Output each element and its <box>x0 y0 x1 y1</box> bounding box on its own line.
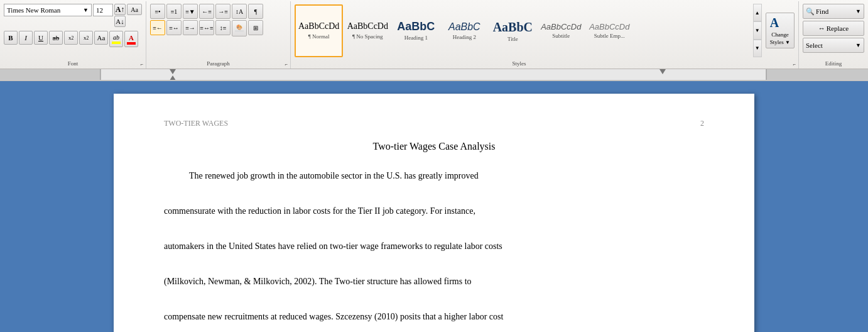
decrease-indent-button[interactable]: ←≡ <box>199 4 214 19</box>
page-header: TWO-TIER WAGES 2 <box>164 119 704 128</box>
italic-button[interactable]: I <box>19 31 33 45</box>
style-title-label: Title <box>507 36 518 42</box>
align-right-button[interactable]: ≡→ <box>183 20 198 35</box>
font-name-value: Times New Roman <box>7 6 60 14</box>
change-styles-button[interactable]: A Change Styles ▼ <box>766 13 795 48</box>
paragraph-3: automakers in the United States have rel… <box>164 241 502 251</box>
borders-button[interactable]: ⊞ <box>248 20 263 35</box>
ruler <box>0 69 868 80</box>
style-heading1[interactable]: AaBbC Heading 1 <box>392 4 440 57</box>
toolbar-container: Times New Roman ▼ 12 A↑ A↓ Aa B I U ab <box>0 0 868 81</box>
style-heading2[interactable]: AaBbC Heading 2 <box>440 4 488 57</box>
increase-indent-button[interactable]: →≡ <box>215 4 231 19</box>
style-normal[interactable]: AaBbCcDd ¶ Normal <box>295 4 343 57</box>
show-paragraph-button[interactable]: ¶ <box>248 4 263 19</box>
paragraph-section-label: Paragraph <box>207 60 229 67</box>
sort-button[interactable]: ↕A <box>232 4 247 19</box>
multilevel-list-button[interactable]: ≡▼ <box>183 4 198 19</box>
style-normal-label: ¶ Normal <box>308 33 330 40</box>
align-center-button[interactable]: ≡↔ <box>166 20 182 35</box>
styles-section-label: Styles <box>513 60 526 67</box>
gallery-scroll-more[interactable]: ▼ <box>753 40 762 57</box>
header-text: TWO-TIER WAGES <box>164 119 228 128</box>
paragraph-4: (Milkovich, Newman, & Milkovich, 2002). … <box>164 277 472 286</box>
paragraph-expand-button[interactable]: ⌐ <box>285 62 288 67</box>
document-area: TWO-TIER WAGES 2 Two-tier Wages Case Ana… <box>0 81 868 332</box>
page-number: 2 <box>700 119 704 128</box>
strikethrough-button[interactable]: ab <box>49 31 63 45</box>
find-label: Find <box>816 8 828 15</box>
select-button[interactable]: Select ▼ <box>803 38 864 53</box>
editing-section-label: Editing <box>825 60 842 67</box>
shading-button[interactable]: 🎨 <box>232 20 247 36</box>
highlight-color-bar <box>112 42 121 44</box>
style-subtitle-label: Subtitle <box>552 33 570 39</box>
gallery-scroll-down[interactable]: ▼ <box>753 21 762 39</box>
font-color-bar <box>127 42 136 45</box>
font-color-button[interactable]: A <box>124 31 138 47</box>
align-left-button[interactable]: ≡← <box>150 20 165 35</box>
subscript-button[interactable]: x2 <box>64 31 78 45</box>
svg-rect-2 <box>100 69 766 80</box>
font-size-value: 12 <box>96 6 103 14</box>
replace-label: Replace <box>827 25 849 32</box>
underline-button[interactable]: U <box>34 31 48 45</box>
doc-title: Two-tier Wages Case Analysis <box>164 141 704 152</box>
paragraph-5: compensate new recruitments at reduced w… <box>164 312 503 321</box>
style-no-spacing-label: ¶ No Spacing <box>352 33 383 40</box>
style-title[interactable]: AaBbC Title <box>489 4 536 57</box>
svg-rect-1 <box>766 69 868 80</box>
justify-button[interactable]: ≡↔≡ <box>199 20 214 35</box>
font-name-dropdown[interactable]: Times New Roman ▼ <box>4 4 92 16</box>
bullet-list-button[interactable]: ≡• <box>150 4 165 19</box>
page: TWO-TIER WAGES 2 Two-tier Wages Case Ana… <box>114 94 754 332</box>
style-subtle-emp[interactable]: AaBbCcDd Subtle Emp... <box>585 4 633 57</box>
doc-body[interactable]: The renewed job growth in the automobile… <box>164 167 704 326</box>
style-no-spacing[interactable]: AaBbCcDd ¶ No Spacing <box>344 4 391 57</box>
style-subtitle[interactable]: AaBbCcDd Subtitle <box>537 4 585 57</box>
style-subtle-emp-label: Subtle Emp... <box>594 33 625 39</box>
highlight-button[interactable]: ab <box>109 31 123 47</box>
paragraph-2: commensurate with the reduction in labor… <box>164 206 475 216</box>
numbered-list-button[interactable]: ≡1 <box>166 4 182 19</box>
font-expand-button[interactable]: ⌐ <box>140 62 143 67</box>
paragraph-1: The renewed job growth in the automobile… <box>189 171 479 180</box>
superscript-button[interactable]: x2 <box>79 31 93 45</box>
change-case-button[interactable]: Aa <box>94 31 108 45</box>
styles-expand-button[interactable]: ⌐ <box>793 62 796 67</box>
font-grow-button[interactable]: A↑ <box>114 4 126 15</box>
bold-button[interactable]: B <box>4 31 18 45</box>
line-spacing-button[interactable]: ↕≡ <box>215 20 231 35</box>
font-size-dropdown[interactable]: 12 <box>93 4 113 16</box>
font-section-label: Font <box>68 60 79 67</box>
style-heading2-label: Heading 2 <box>453 34 476 40</box>
style-heading1-label: Heading 1 <box>404 35 428 41</box>
font-shrink-button[interactable]: A↓ <box>114 16 126 27</box>
clear-formatting-button[interactable]: Aa <box>127 4 142 15</box>
gallery-scroll-up[interactable]: ▲ <box>753 4 762 21</box>
select-label: Select <box>806 42 823 49</box>
find-button[interactable]: 🔍 Find ▼ <box>803 4 864 19</box>
svg-rect-0 <box>0 69 100 80</box>
replace-button[interactable]: ↔ Replace <box>803 21 864 36</box>
